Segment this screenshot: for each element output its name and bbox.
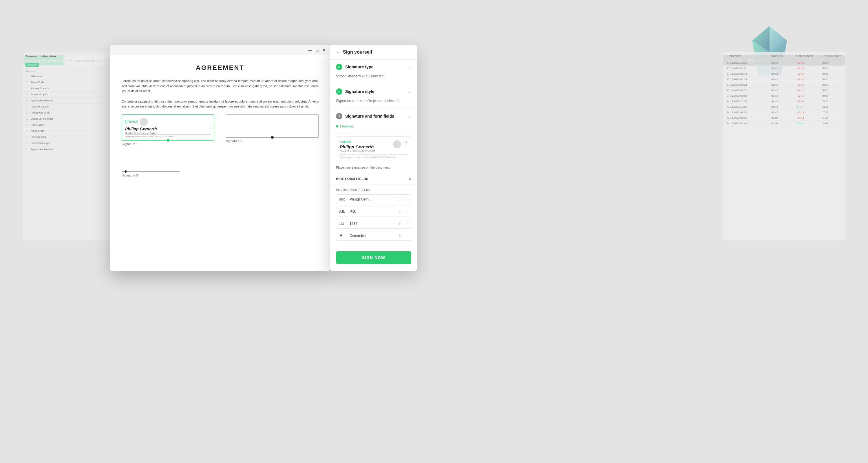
sig-dot-3 — [125, 171, 127, 173]
sig-date-1: Digital signiert mit sproof id am 28.09.… — [125, 134, 211, 137]
accordion-header-signature-type[interactable]: ✓ Signature type ⌄ — [330, 60, 417, 74]
back-button[interactable]: ← — [336, 50, 341, 55]
signature-label-3: Signature 3 — [122, 174, 180, 177]
chevron-down-icon-1: ⌄ — [408, 65, 411, 69]
document-paragraph-1: Lorem ipsum dolor sit amet, consetetur s… — [122, 79, 318, 94]
field-value-name: Philipp Gern... — [349, 197, 397, 202]
field-drag-handle-3[interactable]: ⠿ — [399, 221, 402, 226]
field-overflow-1[interactable]: ⋮ — [404, 197, 408, 202]
signature-label-2: Signature 2 — [226, 140, 318, 143]
sign-panel: ← Sign yourself ✓ Signature type ⌄ sproo… — [330, 45, 417, 271]
sig-role-1: Head of Growth, sproof GmbH — [125, 132, 211, 134]
hide-form-fields-header[interactable]: HIDE FORM FIELDS ∧ — [336, 177, 411, 181]
document-content: AGREEMENT Lorem ipsum dolor sit amet, co… — [110, 55, 330, 271]
field-item-country: 🏴 Österreich ⠿ ⋮ — [336, 231, 411, 241]
place-signature-text: Place your signature on the document. — [336, 166, 411, 169]
sig-preview-avatar — [393, 140, 401, 148]
chevron-down-icon-2: ⌄ — [408, 89, 411, 94]
sig-preview-drag-handle[interactable]: ⠿ — [404, 140, 407, 146]
sig-name-1: Philipp Gernerth — [125, 127, 211, 131]
field-set-badge: 1 field set. — [336, 125, 354, 128]
accordion-title-1: Signature type — [345, 65, 405, 69]
document-title: AGREEMENT — [122, 64, 318, 71]
maximize-button[interactable]: □ — [314, 48, 320, 53]
accordion-body-3: 1 field set. — [330, 123, 417, 133]
sig-preview-content: + sproof Philipp Gernerth Head of Growth… — [340, 140, 390, 152]
signature-preview-section: + sproof Philipp Gernerth Head of Growth… — [330, 133, 417, 173]
field-set-text: 1 field set. — [339, 125, 354, 128]
signature-row-1: + sproof Philipp Gernerth Head of Growth… — [122, 115, 318, 146]
hide-form-fields-label: HIDE FORM FIELDS — [336, 177, 368, 181]
signature-box-1[interactable]: + sproof Philipp Gernerth Head of Growth… — [122, 115, 214, 141]
check-icon-1: ✓ — [336, 64, 342, 70]
section-number-3: 3 — [336, 113, 342, 119]
sig-preview-logo: + sproof — [340, 140, 390, 144]
close-button[interactable]: ✕ — [321, 48, 327, 53]
modal-titlebar: — □ ✕ — [110, 45, 330, 55]
signature-label-1: Signature 1 — [122, 142, 214, 146]
field-value-initials: P.G. — [349, 210, 397, 214]
chevron-down-icon-3: ⌄ — [408, 114, 411, 119]
sig-preview-role: Head of Growth, sproof GmbH — [340, 149, 390, 152]
accordion-form-fields: 3 Signature and form fields ⌄ 1 field se… — [330, 109, 417, 133]
document-modal: — □ ✕ AGREEMENT Lorem ipsum dolor sit am… — [110, 45, 330, 271]
field-value-number: 1234 — [349, 222, 397, 226]
field-item-name: ABC Philipp Gern... ⠿ ⋮ — [336, 194, 411, 204]
sig-logo-1: + sproof — [125, 120, 138, 124]
panel-body: ✓ Signature type ⌄ sproof Standard AES (… — [330, 60, 417, 271]
accordion-body-2: Signature card + profile picture (select… — [330, 99, 417, 109]
sig-preview-date: Digital signiert mit sproof id am 28.09.… — [340, 154, 407, 158]
field-icon-ab: A.B. — [339, 210, 347, 213]
signature-preview-card: + sproof Philipp Gernerth Head of Growth… — [336, 136, 411, 162]
signature-box-3[interactable] — [122, 154, 180, 172]
field-drag-handle-4[interactable]: ⠿ — [399, 234, 402, 238]
signature-block-1: + sproof Philipp Gernerth Head of Growth… — [122, 115, 214, 146]
accordion-subtitle-1: sproof Standard AES (selected) — [336, 74, 411, 78]
accordion-body-1: sproof Standard AES (selected) — [330, 74, 417, 84]
predefined-fields-section: PREDEFINED FIELDS ABC Philipp Gern... ⠿ … — [330, 185, 417, 247]
document-paragraph-2: Consetetur sadipscing elitr, sed diam no… — [122, 99, 318, 109]
signature-block-2: Signature 2 — [226, 115, 318, 146]
panel-header: ← Sign yourself — [330, 45, 417, 60]
field-icon-abc: ABC — [339, 198, 347, 201]
field-set-dot — [336, 125, 338, 127]
sign-now-button[interactable]: SIGN NOW — [336, 251, 411, 264]
sig-preview-name: Philipp Gernerth — [340, 144, 390, 149]
close-icon: ✕ — [322, 48, 326, 53]
signature-box-2[interactable] — [226, 115, 318, 137]
field-overflow-3[interactable]: ⋮ — [404, 221, 408, 226]
field-drag-handle-2[interactable]: ⠿ — [399, 209, 402, 214]
sig-drag-handle-1[interactable]: ⠿ — [209, 125, 212, 130]
accordion-header-form-fields[interactable]: 3 Signature and form fields ⌄ — [330, 109, 417, 123]
accordion-title-3: Signature and form fields — [345, 114, 405, 119]
chevron-up-icon: ∧ — [408, 177, 411, 181]
field-overflow-2[interactable]: ⋮ — [404, 209, 408, 214]
field-value-country: Österreich — [349, 234, 397, 238]
accordion-signature-type: ✓ Signature type ⌄ sproof Standard AES (… — [330, 60, 417, 84]
sign-now-label: SIGN NOW — [362, 255, 385, 260]
signature-block-3: Signature 3 — [122, 154, 180, 177]
field-icon-123: 123 — [339, 222, 347, 225]
sig-anchor-2 — [271, 136, 274, 139]
accordion-signature-style: ✓ Signature style ⌄ Signature card + pro… — [330, 84, 417, 109]
field-drag-handle-1[interactable]: ⠿ — [399, 197, 402, 202]
panel-title: Sign yourself — [343, 50, 372, 55]
sig-avatar-1 — [140, 118, 148, 126]
field-icon-flag: 🏴 — [339, 235, 347, 238]
check-icon-2: ✓ — [336, 88, 342, 95]
accordion-header-signature-style[interactable]: ✓ Signature style ⌄ — [330, 84, 417, 99]
field-item-initials: A.B. P.G. ⠿ ⋮ — [336, 207, 411, 216]
field-item-number: 123 1234 ⠿ ⋮ — [336, 219, 411, 228]
hide-form-fields-section: HIDE FORM FIELDS ∧ — [330, 173, 417, 185]
maximize-icon: □ — [316, 48, 318, 53]
accordion-subtitle-2: Signature card + profile picture (select… — [336, 99, 411, 103]
sig-preview-inner: + sproof Philipp Gernerth Head of Growth… — [340, 140, 407, 152]
minimize-icon: — — [308, 48, 312, 53]
field-overflow-4[interactable]: ⋮ — [404, 234, 408, 238]
accordion-title-2: Signature style — [345, 89, 405, 94]
sig-anchor-1 — [166, 139, 169, 142]
predefined-fields-title: PREDEFINED FIELDS — [336, 188, 411, 191]
signature-row-2: Signature 3 — [122, 154, 318, 177]
minimize-button[interactable]: — — [308, 48, 313, 53]
